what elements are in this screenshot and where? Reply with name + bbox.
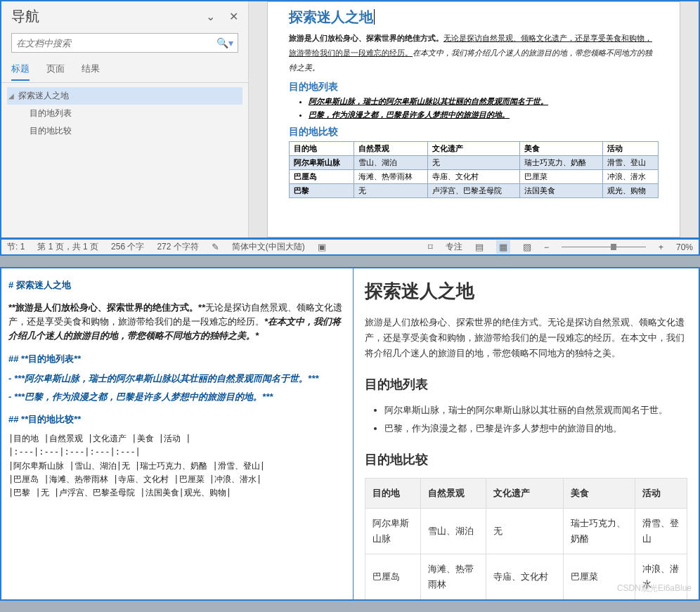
status-chars[interactable]: 272 个字符	[157, 241, 198, 253]
doc-heading-1: 探索迷人之地	[289, 8, 659, 27]
focus-icon[interactable]: ⌑	[428, 242, 433, 252]
tab-headings[interactable]: 标题	[11, 63, 30, 81]
status-focus[interactable]: 专注	[446, 241, 462, 253]
print-layout-icon[interactable]: ▦	[496, 240, 510, 254]
md-li: - ***巴黎，作为浪漫之都，巴黎是许多人梦想中的旅游目的地。***	[8, 390, 346, 404]
md-h2-table: ## **目的地比较**	[8, 412, 346, 427]
rendered-para: 旅游是人们放松身心、探索世界的绝佳方式。无论是探访自然景观、领略文化遗产，还是享…	[365, 315, 687, 361]
search-icon[interactable]: 🔍▾	[216, 37, 233, 48]
close-icon[interactable]: ✕	[229, 10, 238, 23]
nav-header: 导航 ⌄ ✕	[1, 1, 248, 29]
doc-heading-list: 目的地列表	[289, 81, 659, 93]
web-layout-icon[interactable]: ▨	[523, 242, 531, 252]
outline-item-root[interactable]: ◢探索迷人之地	[7, 87, 242, 105]
zoom-out[interactable]: −	[544, 242, 549, 252]
markdown-preview-split: # 探索迷人之地 **旅游是人们放松身心、探索世界的绝佳方式。**无论是探访自然…	[0, 267, 700, 601]
search-input[interactable]	[16, 38, 216, 48]
rendered-h2-table: 目的地比较	[365, 449, 687, 471]
outline-tree: ◢探索迷人之地 目的地列表 目的地比较	[1, 83, 248, 144]
status-section[interactable]: 节: 1	[7, 241, 25, 253]
md-para: **旅游是人们放松身心、探索世界的绝佳方式。**无论是探访自然景观、领略文化遗产…	[8, 301, 346, 343]
read-mode-icon[interactable]: ▤	[475, 242, 484, 252]
zoom-slider[interactable]	[562, 247, 646, 247]
rendered-title: 探索迷人之地	[365, 275, 687, 306]
md-li: - ***阿尔卑斯山脉，瑞士的阿尔卑斯山脉以其壮丽的自然景观而闻名于世。***	[8, 372, 346, 386]
watermark: CSDN观光Ei6aBlue	[617, 581, 692, 595]
list-item: 巴黎，作为浪漫之都，巴黎是许多人梦想中的旅游目的地。	[309, 110, 659, 120]
search-box[interactable]: 🔍▾	[11, 33, 238, 53]
outline-item-table[interactable]: 目的地比较	[7, 122, 242, 140]
tab-pages[interactable]: 页面	[46, 63, 65, 81]
caret-icon: ◢	[8, 92, 18, 100]
list-item: 阿尔卑斯山脉，瑞士的阿尔卑斯山脉以其壮丽的自然景观而闻名于世。	[309, 96, 659, 107]
navigation-pane: 导航 ⌄ ✕ 🔍▾ 标题 页面 结果 ◢探索迷人之地 目的地列表 目的地比较	[1, 1, 249, 237]
status-bar: 节: 1 第 1 页，共 1 页 256 个字 272 个字符 ✎ 简体中文(中…	[0, 239, 700, 256]
markdown-source-pane[interactable]: # 探索迷人之地 **旅游是人们放松身心、探索世界的绝佳方式。**无论是探访自然…	[1, 268, 353, 599]
md-table-source: |目的地 |自然景观 |文化遗产 |美食 |活动 | |:---|:---|:-…	[8, 432, 346, 500]
status-page[interactable]: 第 1 页，共 1 页	[37, 241, 98, 253]
list-item: 阿尔卑斯山脉，瑞士的阿尔卑斯山脉以其壮丽的自然景观而闻名于世。	[384, 403, 687, 418]
rendered-h2-list: 目的地列表	[365, 374, 687, 396]
status-words[interactable]: 256 个字	[111, 241, 144, 253]
page: 探索迷人之地 旅游是人们放松身心、探索世界的绝佳方式。无论是探访自然景观、领略文…	[267, 1, 680, 237]
zoom-value[interactable]: 70%	[676, 242, 693, 252]
nav-title: 导航	[11, 7, 39, 26]
word-window: 导航 ⌄ ✕ 🔍▾ 标题 页面 结果 ◢探索迷人之地 目的地列表 目的地比较 探…	[0, 0, 700, 239]
md-h1: # 探索迷人之地	[8, 278, 346, 292]
md-h2-list: ## **目的地列表**	[8, 352, 346, 366]
collapse-icon[interactable]: ⌄	[206, 10, 215, 23]
outline-item-list[interactable]: 目的地列表	[7, 105, 242, 122]
status-lang[interactable]: 简体中文(中国大陆)	[232, 241, 305, 253]
spellcheck-icon[interactable]: ✎	[212, 242, 219, 252]
tab-results[interactable]: 结果	[82, 63, 100, 81]
doc-list: 阿尔卑斯山脉，瑞士的阿尔卑斯山脉以其壮丽的自然景观而闻名于世。 巴黎，作为浪漫之…	[309, 96, 659, 120]
rendered-list: 阿尔卑斯山脉，瑞士的阿尔卑斯山脉以其壮丽的自然景观而闻名于世。 巴黎，作为浪漫之…	[384, 403, 687, 436]
doc-intro: 旅游是人们放松身心、探索世界的绝佳方式。无论是探访自然景观、领略文化遗产，还是享…	[289, 31, 659, 75]
doc-heading-table: 目的地比较	[289, 126, 659, 138]
list-item: 巴黎，作为浪漫之都，巴黎是许多人梦想中的旅游目的地。	[384, 421, 687, 436]
nav-tabs: 标题 页面 结果	[1, 57, 248, 83]
doc-table: 目的地 自然景观 文化遗产 美食 活动 阿尔卑斯山脉 雪山、湖泊 无 瑞士巧克力…	[289, 141, 659, 198]
rendered-pane[interactable]: 探索迷人之地 旅游是人们放松身心、探索世界的绝佳方式。无论是探访自然景观、领略文…	[354, 268, 699, 599]
macro-icon[interactable]: ▣	[318, 242, 326, 252]
zoom-in[interactable]: +	[659, 242, 663, 252]
document-pane[interactable]: 探索迷人之地 旅游是人们放松身心、探索世界的绝佳方式。无论是探访自然景观、领略文…	[249, 1, 699, 237]
